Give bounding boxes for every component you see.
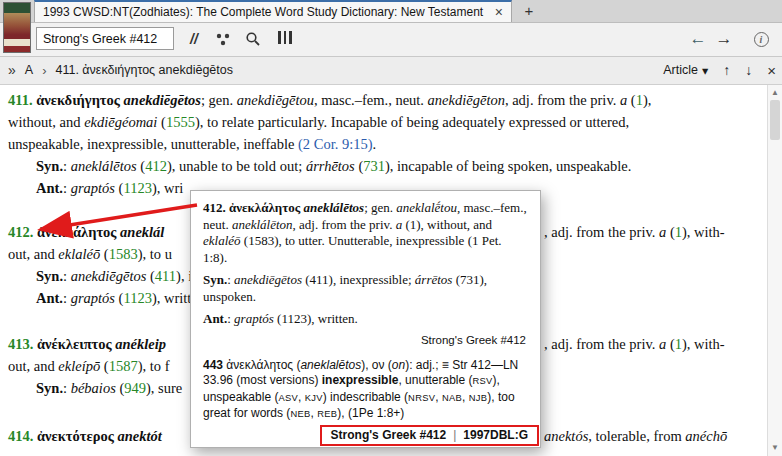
text-run: unspeakable, inexpressible, unutterable,…	[8, 136, 298, 152]
strongs-link[interactable]: 1	[675, 336, 682, 352]
tab-close-icon[interactable]: ×	[495, 5, 503, 19]
scripture-link[interactable]: (2 Cor. 9:15)	[298, 136, 373, 152]
text-run: anékleip	[115, 336, 166, 352]
text-run: NAB	[442, 393, 462, 403]
text-run: Syn.	[36, 158, 63, 174]
info-button[interactable]: i	[748, 22, 774, 56]
text-run: ; gen.	[364, 200, 396, 215]
popup-footer: Strong's Greek #412|1997DBL:G	[320, 425, 539, 446]
text-run: bébaios	[71, 380, 116, 396]
breadcrumb-letter[interactable]: A	[25, 63, 33, 77]
columns-icon[interactable]	[272, 22, 298, 56]
text-run: , adj. from the priv.	[293, 217, 396, 232]
strongs-link[interactable]: 413.	[8, 336, 37, 352]
text-run: :	[63, 180, 71, 196]
text-run: (411), inexpressible;	[302, 272, 415, 287]
info-icon: i	[754, 32, 769, 47]
navigation-controls: Article ▾ ↑ ↓ ×	[663, 56, 776, 84]
text-run: eklaléō	[58, 246, 100, 262]
text-run: Syn.	[36, 380, 63, 396]
dictionary-text-line: anektós, tolerable, from anéchō	[544, 426, 727, 446]
text-run: ,	[298, 390, 305, 404]
close-pane-icon[interactable]: ×	[767, 62, 776, 79]
strongs-link[interactable]: 414.	[8, 428, 37, 444]
text-run: ), sure	[146, 380, 182, 396]
strongs-link[interactable]: 1	[636, 92, 643, 108]
breadcrumb-current-entry[interactable]: 411. ἀνεκδιήγητος anekdiēgētos	[55, 63, 232, 77]
strongs-link[interactable]: 1	[675, 224, 682, 240]
search-icon[interactable]	[240, 22, 266, 56]
strongs-link[interactable]: 1555	[166, 114, 195, 130]
text-run: , adj. from the priv.	[544, 336, 659, 352]
strongs-link[interactable]: 411.	[8, 92, 36, 108]
text-run: graptós	[234, 311, 274, 326]
popup-paragraph: Ant.: graptós (1123), written.	[203, 311, 528, 328]
text-run: (	[627, 92, 635, 108]
strongs-link[interactable]: 1123	[123, 180, 151, 196]
text-run: (	[146, 268, 154, 284]
text-run: ),	[643, 92, 651, 108]
scroll-down-icon[interactable]: ▼	[768, 443, 782, 452]
text-run: árrētos	[415, 272, 453, 287]
text-run: 412. ἀνεκλάλητος	[203, 200, 303, 215]
strongs-link[interactable]: 949	[124, 380, 146, 396]
footer-separator: |	[453, 428, 456, 442]
book-cover-thumbnail[interactable]	[3, 2, 31, 53]
search-input[interactable]	[36, 27, 174, 50]
text-run: aneklalētos	[300, 358, 361, 372]
text-run: (1), without, and	[402, 217, 492, 232]
dictionary-text-line: 411. ἀνεκδιήγητος anekdiēgētos; gen. ane…	[8, 90, 651, 110]
new-tab-button[interactable]: +	[516, 0, 542, 22]
text-run: Ant.	[36, 290, 63, 306]
strongs-link[interactable]: 412	[145, 158, 167, 174]
text-run: ekleípō	[58, 358, 100, 374]
text-run: ekdiēgéomai	[84, 114, 157, 130]
collapse-chevrons-icon[interactable]: »	[8, 62, 16, 78]
text-run: on	[392, 358, 405, 372]
text-run: ), incapable of being spoken, unspeakabl…	[385, 158, 631, 174]
previous-article-button[interactable]: ↑	[723, 62, 730, 78]
popup-source-label[interactable]: 1997DBL:G	[463, 428, 528, 442]
scroll-up-icon[interactable]: ▲	[768, 88, 782, 97]
article-dropdown[interactable]: Article ▾	[663, 63, 708, 78]
text-run: , adj. from the priv.	[544, 224, 659, 240]
popup-paragraph: Strong's Greek #412	[203, 334, 526, 346]
forward-button[interactable]: →	[712, 22, 736, 56]
strongs-link[interactable]: 1587	[109, 358, 138, 374]
tab-dictionary[interactable]: 1993 CWSD:NT(Zodhiates): The Complete Wo…	[34, 0, 512, 22]
strongs-link[interactable]: 411	[155, 268, 176, 284]
popup-paragraph: 412. ἀνεκλάλητος aneklálētos; gen. anekl…	[203, 200, 528, 266]
scrollbar[interactable]: ▲ ▼	[767, 84, 782, 456]
text-run: Ant.	[36, 180, 63, 196]
text-run: anekdiēgētos	[71, 268, 147, 284]
text-run: ἀνεκλάλητος	[37, 224, 120, 240]
text-run: (	[157, 114, 165, 130]
parallels-icon[interactable]: //	[182, 22, 206, 56]
back-button[interactable]: ←	[686, 22, 710, 56]
strongs-link[interactable]: 1123	[123, 290, 151, 306]
dictionary-text-line: 413. ἀνέκλειπτος anékleip	[8, 334, 166, 354]
strongs-link[interactable]: 1583	[109, 246, 138, 262]
text-run: NJB	[469, 393, 488, 403]
text-run: ) indescribable (	[323, 390, 408, 404]
next-article-button[interactable]: ↓	[745, 62, 752, 78]
text-run: ), to u	[138, 246, 172, 262]
text-run: anektót	[117, 428, 161, 444]
text-run: , adj. from the priv.	[505, 92, 620, 108]
text-run: (1123), written.	[274, 311, 358, 326]
dictionary-text-line: Syn.: aneklálētos (412), unable to be to…	[36, 156, 631, 176]
three-dots-icon[interactable]	[210, 22, 236, 56]
three-dots-glyph	[215, 32, 231, 46]
scrollbar-thumb[interactable]	[770, 100, 780, 140]
strongs-link[interactable]: 412.	[8, 224, 37, 240]
text-run: ,	[435, 390, 442, 404]
text-run: .	[373, 136, 377, 152]
text-run: out, and	[8, 358, 58, 374]
strongs-link[interactable]: 731	[363, 158, 385, 174]
text-run: (	[100, 358, 108, 374]
text-run: :	[63, 268, 71, 284]
dictionary-text-line: Ant.: graptós (1123), written.	[36, 288, 209, 308]
text-run: REB	[317, 409, 337, 419]
text-run: :	[63, 158, 71, 174]
dictionary-text-line: Syn.: bébaios (949), sure	[36, 378, 182, 398]
